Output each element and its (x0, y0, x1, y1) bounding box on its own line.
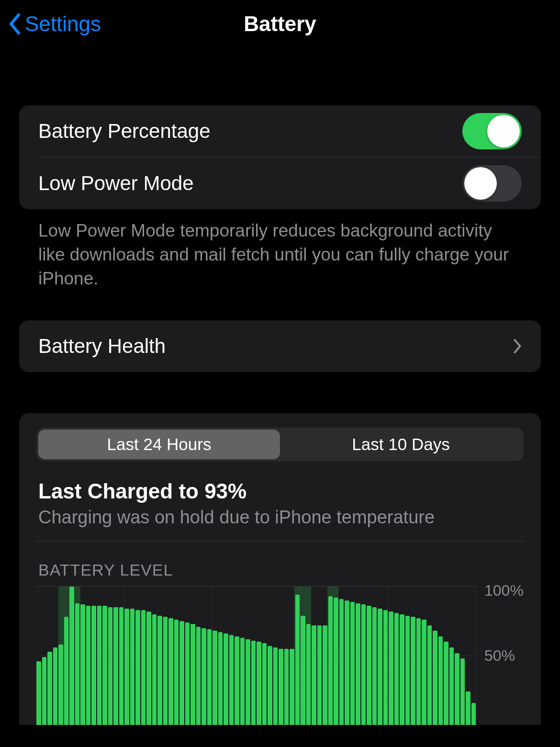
battery-level-bar (394, 613, 399, 725)
battery-level-bar (47, 652, 52, 725)
battery-level-bar (69, 587, 74, 725)
battery-level-bar (350, 602, 355, 725)
battery-level-bar (262, 643, 267, 725)
battery-level-bar (268, 646, 272, 725)
battery-level-bar (235, 636, 239, 725)
battery-level-bar (86, 606, 91, 725)
battery-level-bar (306, 624, 311, 725)
battery-level-bar (290, 649, 294, 725)
battery-level-bar (91, 606, 96, 725)
time-range-segmented: Last 24 Hours Last 10 Days (36, 428, 524, 461)
battery-level-bar (312, 625, 316, 725)
battery-level-bar (42, 657, 47, 725)
battery-level-bar (334, 598, 338, 725)
battery-level-bar (301, 616, 305, 725)
battery-level-bar (64, 617, 69, 724)
tab-last-24-hours[interactable]: Last 24 Hours (38, 430, 280, 459)
battery-level-bar (257, 642, 261, 724)
battery-level-bar (53, 647, 58, 725)
battery-level-bar (438, 636, 443, 725)
battery-level-bar (80, 604, 85, 724)
battery-level-bar (36, 661, 41, 725)
battery-level-bar (273, 647, 278, 725)
battery-level-bar (163, 617, 168, 724)
battery-level-bar (196, 627, 201, 725)
battery-level-bar (157, 616, 162, 725)
battery-level-bar (102, 606, 107, 725)
battery-level-bar (130, 609, 135, 725)
battery-level-bar (108, 607, 113, 725)
battery-level-bar (97, 606, 102, 725)
battery-level-bar (405, 616, 410, 725)
battery-percentage-label: Battery Percentage (38, 120, 211, 143)
battery-level-bar (323, 625, 327, 725)
battery-level-bar (135, 610, 140, 725)
battery-level-bar (444, 642, 448, 724)
battery-level-chart-title: BATTERY LEVEL (36, 542, 524, 579)
battery-level-bar (168, 618, 173, 725)
battery-level-bar (124, 609, 129, 725)
tab-last-10-days[interactable]: Last 10 Days (280, 430, 522, 459)
battery-level-bar (411, 617, 415, 724)
battery-level-bar (218, 632, 223, 725)
battery-level-bar (389, 611, 393, 725)
battery-level-bar (213, 631, 217, 725)
battery-level-bar (207, 629, 212, 724)
battery-level-bar (113, 607, 118, 725)
battery-level-bar (466, 691, 470, 724)
low-power-mode-toggle[interactable] (462, 165, 522, 202)
battery-level-bar (416, 618, 421, 725)
battery-level-bar (422, 620, 426, 725)
back-label: Settings (25, 12, 101, 36)
battery-level-bar (58, 645, 63, 725)
battery-level-bar (190, 624, 195, 725)
last-charged-subtitle: Charging was on hold due to iPhone tempe… (38, 503, 522, 528)
battery-level-bar (367, 606, 371, 725)
battery-level-bar (284, 649, 289, 725)
page-title: Battery (244, 12, 316, 36)
toggles-group: Battery Percentage Low Power Mode (19, 105, 541, 209)
low-power-mode-row: Low Power Mode (19, 158, 541, 209)
battery-percentage-row: Battery Percentage (19, 105, 541, 157)
battery-level-bar (146, 611, 151, 725)
y-axis-50: 50% (484, 646, 515, 664)
battery-health-row[interactable]: Battery Health (19, 320, 541, 372)
battery-level-bar (246, 639, 250, 725)
battery-level-bar (75, 603, 80, 725)
battery-level-bar (345, 600, 349, 725)
battery-level-bar (449, 647, 454, 725)
battery-level-bar (356, 603, 360, 725)
battery-health-group: Battery Health (19, 320, 541, 372)
battery-level-bar (328, 596, 333, 725)
battery-level-bar (240, 638, 245, 725)
battery-level-bar (317, 625, 322, 725)
low-power-mode-footer: Low Power Mode temporarily reduces backg… (19, 209, 541, 291)
battery-level-bar (179, 621, 184, 725)
battery-level-bar (279, 649, 283, 725)
chevron-left-icon (9, 13, 21, 34)
battery-level-bar (251, 641, 256, 725)
battery-level-bar (229, 635, 234, 725)
battery-level-bar (427, 625, 432, 725)
battery-level-bar (295, 595, 300, 725)
chevron-right-icon (513, 339, 522, 353)
battery-level-chart: 100% 50% (36, 586, 524, 725)
battery-level-bar (202, 628, 206, 725)
battery-level-bar (400, 614, 404, 725)
battery-level-bar (339, 599, 344, 725)
battery-level-bar (141, 610, 146, 725)
battery-level-bar (361, 604, 366, 724)
back-button[interactable]: Settings (9, 12, 101, 36)
battery-percentage-toggle[interactable] (462, 113, 522, 149)
battery-health-label: Battery Health (38, 335, 166, 358)
battery-level-bar (372, 607, 377, 725)
last-charged-title: Last Charged to 93% (38, 479, 522, 503)
battery-level-bar (119, 607, 124, 725)
battery-level-bar (378, 609, 382, 725)
battery-level-bar (152, 614, 157, 725)
battery-level-bar (174, 620, 179, 725)
battery-level-bar (471, 703, 476, 725)
battery-level-bar (455, 653, 459, 725)
low-power-mode-label: Low Power Mode (38, 172, 194, 195)
battery-level-bar (383, 610, 388, 725)
